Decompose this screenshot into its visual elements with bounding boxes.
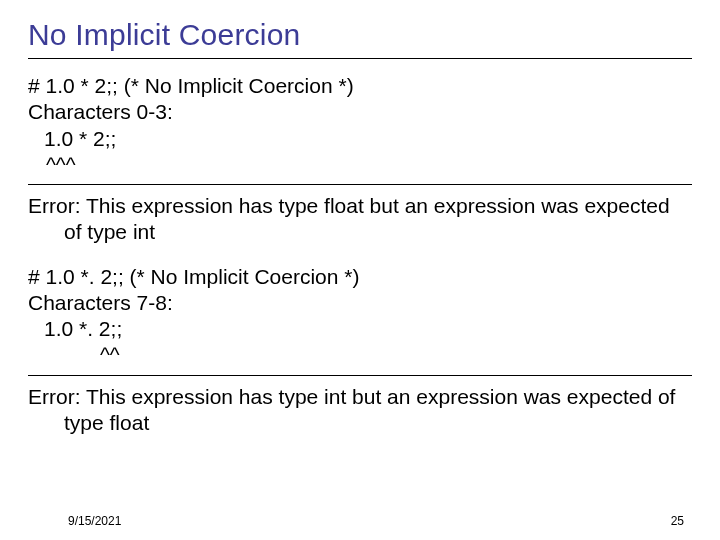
footer-date: 9/15/2021 xyxy=(68,514,121,528)
code-line: # 1.0 * 2;; (* No Implicit Coercion *) xyxy=(28,73,692,99)
code-block-2: # 1.0 *. 2;; (* No Implicit Coercion *) … xyxy=(28,264,692,369)
divider xyxy=(28,375,692,376)
footer-page-number: 25 xyxy=(671,514,684,528)
error-message-2: Error: This expression has type int but … xyxy=(64,384,692,437)
code-line: 1.0 * 2;; xyxy=(28,126,692,152)
divider xyxy=(28,184,692,185)
code-line: Characters 7-8: xyxy=(28,290,692,316)
slide-body: # 1.0 * 2;; (* No Implicit Coercion *) C… xyxy=(28,73,692,436)
code-line: Characters 0-3: xyxy=(28,99,692,125)
spacer xyxy=(28,246,692,264)
code-block-1: # 1.0 * 2;; (* No Implicit Coercion *) C… xyxy=(28,73,692,178)
slide-footer: 9/15/2021 25 xyxy=(0,514,720,528)
caret-line: ^^ xyxy=(28,342,692,368)
title-rule xyxy=(28,58,692,59)
caret-line: ^^^ xyxy=(28,152,692,178)
error-message-1: Error: This expression has type float bu… xyxy=(64,193,692,246)
slide-title: No Implicit Coercion xyxy=(28,18,692,52)
code-line: # 1.0 *. 2;; (* No Implicit Coercion *) xyxy=(28,264,692,290)
slide: No Implicit Coercion # 1.0 * 2;; (* No I… xyxy=(0,0,720,540)
code-line: 1.0 *. 2;; xyxy=(28,316,692,342)
